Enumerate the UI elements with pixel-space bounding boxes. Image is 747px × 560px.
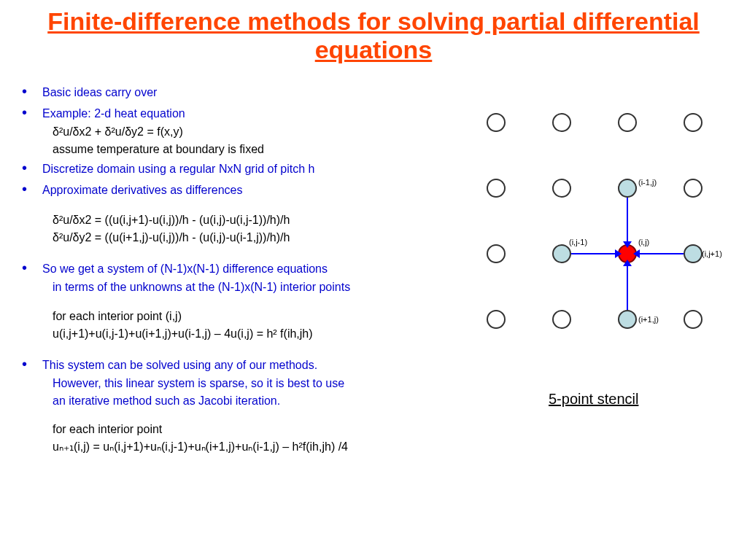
- bullet-6b: an iterative method such as Jacobi itera…: [53, 393, 467, 409]
- bullet-1: Basic ideas carry over: [22, 82, 467, 101]
- grid-node: [618, 113, 637, 132]
- label-center: (i,j): [638, 238, 649, 246]
- bullet-2-assume: assume temperature at boundary is fixed: [53, 141, 467, 158]
- bullet-5-eq: u(i,j+1)+u(i,j-1)+u(i+1,j)+u(i-1,j) – 4u…: [53, 326, 467, 342]
- grid-node: [487, 179, 506, 198]
- grid-node: [552, 113, 571, 132]
- bullet-content: Basic ideas carry over Example: 2-d heat…: [22, 82, 467, 456]
- bullet-6-loop: for each interior point: [53, 421, 467, 438]
- label-left: (i,j-1): [569, 238, 587, 246]
- arrow-head: [623, 260, 632, 266]
- stencil-top-node: [618, 179, 637, 198]
- stencil-diagram: (i-1,j) (i,j) (i,j-1) (i,j+1) (i+1,j): [467, 101, 737, 370]
- stencil-bottom-node: [618, 310, 637, 329]
- bullet-6-eq: uₙ₊₁(i,j) = uₙ(i,j+1)+uₙ(i,j-1)+uₙ(i+1,j…: [53, 439, 467, 455]
- arrow-head: [623, 241, 632, 248]
- arrow-right: [638, 253, 684, 254]
- bullet-5: So we get a system of (N-1)x(N-1) differ…: [22, 258, 467, 278]
- arrow-bottom: [627, 265, 628, 310]
- arrow-head: [633, 249, 640, 258]
- grid-node: [684, 310, 703, 329]
- bullet-2: Example: 2-d heat equation: [22, 103, 467, 122]
- arrow-top: [627, 198, 628, 243]
- label-right: (i,j+1): [702, 249, 722, 258]
- slide-title: Finite-difference methods for solving pa…: [0, 0, 747, 74]
- stencil-caption: 5-point stencil: [549, 391, 638, 408]
- bullet-5-loop: for each interior point (i,j): [53, 308, 467, 324]
- bullet-6a: However, this linear system is sparse, s…: [53, 376, 467, 392]
- bullet-4-dx: δ²u/δx2 = ((u(i,j+1)-u(i,j))/h - (u(i,j)…: [53, 212, 467, 228]
- grid-node: [487, 113, 506, 132]
- stencil-left-node: [552, 244, 571, 263]
- grid-node: [487, 310, 506, 329]
- label-bottom: (i+1,j): [638, 315, 659, 324]
- bullet-4: Approximate derivatives as differences: [22, 179, 467, 199]
- bullet-2-eq: δ²u/δx2 + δ²u/δy2 = f(x,y): [53, 124, 467, 140]
- bullet-6: This system can be solved using any of o…: [22, 354, 467, 374]
- bullet-4-dy: δ²u/δy2 = ((u(i+1,j)-u(i,j))/h - (u(i,j)…: [53, 230, 467, 246]
- arrow-left: [571, 253, 616, 254]
- grid-node: [487, 244, 506, 263]
- grid-node: [552, 179, 571, 198]
- arrow-head: [615, 249, 622, 258]
- grid-node: [684, 179, 703, 198]
- label-top: (i-1,j): [638, 178, 657, 187]
- bullet-5a: in terms of the unknowns at the (N-1)x(N…: [53, 279, 467, 295]
- grid-node: [552, 310, 571, 329]
- stencil-right-node: [684, 244, 703, 263]
- grid-node: [684, 113, 703, 132]
- bullet-3: Discretize domain using a regular NxN gr…: [22, 158, 467, 178]
